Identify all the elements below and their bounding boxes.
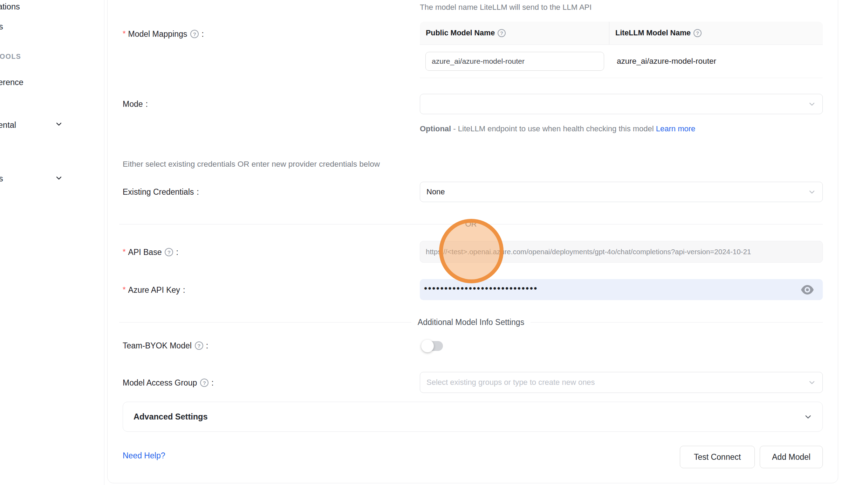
api-base-label: * API Base ? : xyxy=(123,246,178,258)
team-byok-label: Team-BYOK Model ? : xyxy=(123,340,208,352)
advanced-settings-panel[interactable]: Advanced Settings xyxy=(123,402,823,432)
existing-credentials-select[interactable]: None xyxy=(420,182,823,202)
existing-credentials-label: Existing Credentials : xyxy=(123,186,199,198)
azure-api-key-label: * Azure API Key : xyxy=(123,284,185,296)
model-access-group-select[interactable]: Select existing groups or type to create… xyxy=(420,372,823,393)
toggle-knob xyxy=(421,340,434,352)
help-icon[interactable]: ? xyxy=(190,30,199,38)
azure-api-key-input[interactable]: •••••••••••••••••••••••••••• xyxy=(420,279,823,300)
chevron-down-icon xyxy=(808,188,816,196)
mode-help-text: Optional - LiteLLM endpoint to use when … xyxy=(420,122,704,136)
table-row: azure_ai/azure-model-router azure_ai/azu… xyxy=(420,45,823,78)
existing-credentials-value: None xyxy=(426,187,445,196)
help-icon[interactable]: ? xyxy=(165,248,173,256)
chevron-down-icon xyxy=(804,412,813,421)
sidebar-item-organizations[interactable]: ations xyxy=(0,2,20,12)
sidebar-item-inference[interactable]: erence xyxy=(0,78,23,87)
column-header-public-model-name: Public Model Name ? xyxy=(420,22,609,44)
model-mappings-label: * Model Mappings ? : xyxy=(123,28,204,40)
add-model-button[interactable]: Add Model xyxy=(760,446,823,468)
credentials-note: Either select existing credentials OR en… xyxy=(123,160,380,169)
masked-api-key: •••••••••••••••••••••••••••• xyxy=(424,284,538,293)
or-divider: OR xyxy=(119,219,823,230)
sidebar-item[interactable]: s xyxy=(0,22,3,32)
sidebar-item-settings[interactable]: s xyxy=(0,174,3,183)
chevron-down-icon xyxy=(808,378,816,387)
litellm-model-name-value: azure_ai/azure-model-router xyxy=(609,57,716,66)
api-base-input[interactable]: https://<test>.openai.azure.com/openai/d… xyxy=(420,241,823,263)
sidebar: ations s TOOLS erence ental s xyxy=(0,0,104,485)
column-header-litellm-model-name: LiteLLM Model Name ? xyxy=(609,22,823,44)
required-asterisk: * xyxy=(123,247,126,256)
public-model-name-input[interactable]: azure_ai/azure-model-router xyxy=(425,52,604,71)
required-asterisk: * xyxy=(123,29,126,38)
model-name-helper-text: The model name LiteLLM will send to the … xyxy=(420,3,592,12)
chevron-down-icon xyxy=(808,100,816,108)
additional-info-divider: Additional Model Info Settings xyxy=(119,317,823,328)
mode-select[interactable] xyxy=(420,94,823,114)
chevron-down-icon[interactable] xyxy=(55,120,63,128)
learn-more-link[interactable]: Learn more xyxy=(656,124,696,133)
add-model-page: ations s TOOLS erence ental s The model … xyxy=(0,0,868,485)
sidebar-item-experimental[interactable]: ental xyxy=(0,120,16,130)
help-icon[interactable]: ? xyxy=(200,379,209,387)
required-asterisk: * xyxy=(123,285,126,294)
eye-icon[interactable] xyxy=(800,284,814,295)
sidebar-section-tools: TOOLS xyxy=(0,53,21,61)
help-icon[interactable]: ? xyxy=(195,341,203,350)
mode-label: Mode : xyxy=(123,98,148,110)
model-access-group-label: Model Access Group ? : xyxy=(123,377,214,389)
need-help-link[interactable]: Need Help? xyxy=(123,451,165,460)
model-mappings-table: Public Model Name ? LiteLLM Model Name ?… xyxy=(420,22,823,78)
help-icon[interactable]: ? xyxy=(693,29,702,37)
advanced-settings-label: Advanced Settings xyxy=(134,412,208,422)
team-byok-toggle[interactable] xyxy=(423,341,443,351)
test-connect-button[interactable]: Test Connect xyxy=(680,446,755,468)
help-icon[interactable]: ? xyxy=(498,29,506,37)
chevron-down-icon[interactable] xyxy=(55,174,63,182)
model-access-group-placeholder: Select existing groups or type to create… xyxy=(426,378,595,387)
table-header-row: Public Model Name ? LiteLLM Model Name ? xyxy=(420,22,823,45)
